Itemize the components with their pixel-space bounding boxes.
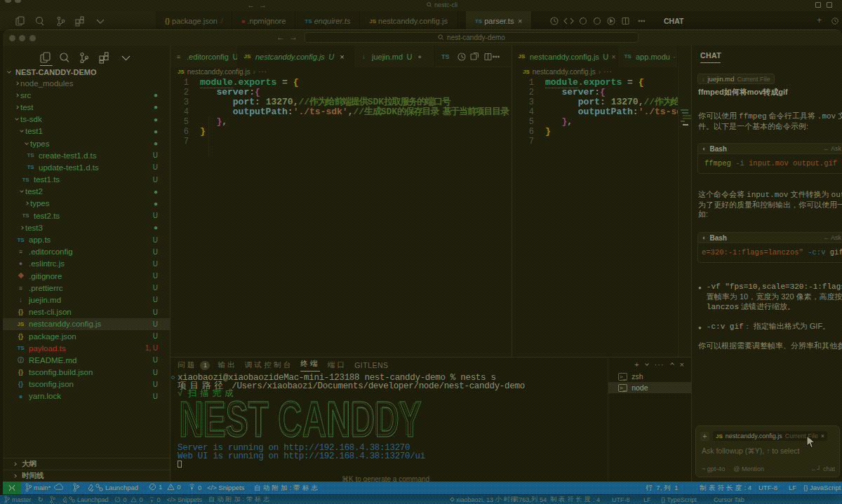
svg-text:NEST CANDDY: NEST CANDDY [181,397,420,440]
